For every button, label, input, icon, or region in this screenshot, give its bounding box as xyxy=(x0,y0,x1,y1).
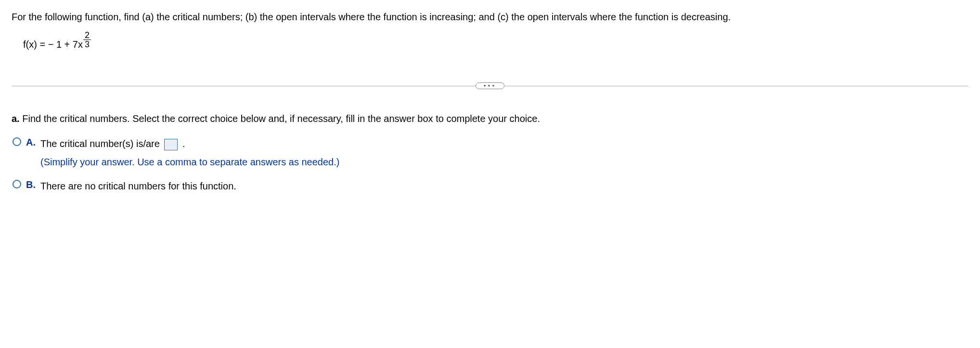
question-intro: For the following function, find (a) the… xyxy=(12,10,968,24)
choice-a-text-after: . xyxy=(182,138,185,149)
radio-choice-b[interactable] xyxy=(13,180,21,188)
dots-icon: ●●● xyxy=(484,84,497,88)
fraction-denominator: 3 xyxy=(83,40,91,49)
divider-line-right xyxy=(504,86,968,86)
choice-a-label: A. xyxy=(26,136,40,148)
part-a-text: Find the critical numbers. Select the co… xyxy=(20,113,540,124)
divider-line-left xyxy=(12,86,476,86)
choice-b-row: B. There are no critical numbers for thi… xyxy=(13,178,968,194)
formula-lhs: f(x) = − 1 + 7x xyxy=(23,39,83,50)
part-a-label: a. xyxy=(12,113,20,124)
exponent-fraction: 2 3 xyxy=(83,31,91,49)
function-formula: f(x) = − 1 + 7x 2 3 xyxy=(23,36,968,54)
choice-a-text-before: The critical number(s) is/are xyxy=(40,138,162,149)
choice-a-row: A. The critical number(s) is/are . (Simp… xyxy=(13,136,968,170)
choices-group: A. The critical number(s) is/are . (Simp… xyxy=(13,136,968,194)
section-divider: ●●● xyxy=(12,82,968,89)
choice-b-label: B. xyxy=(26,178,40,190)
part-a-prompt: a. Find the critical numbers. Select the… xyxy=(12,113,968,124)
choice-b-text: There are no critical numbers for this f… xyxy=(40,181,236,191)
expand-button[interactable]: ●●● xyxy=(476,82,505,89)
fraction-numerator: 2 xyxy=(83,31,91,40)
radio-choice-a[interactable] xyxy=(13,137,21,146)
choice-a-hint: (Simplify your answer. Use a comma to se… xyxy=(40,154,968,170)
answer-input-a[interactable] xyxy=(164,139,178,150)
